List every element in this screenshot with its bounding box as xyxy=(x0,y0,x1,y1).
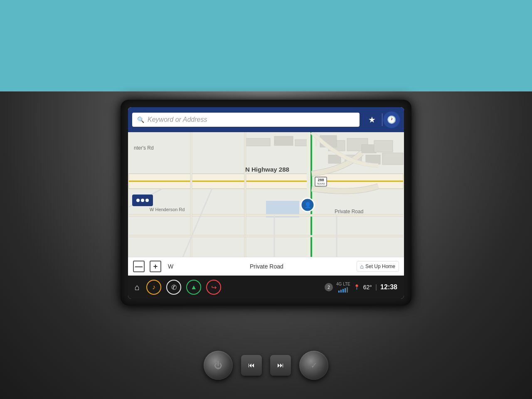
divider xyxy=(382,113,382,126)
search-placeholder: Keyword or Address xyxy=(148,116,207,123)
svg-rect-6 xyxy=(328,155,341,163)
app-button[interactable]: ↪ xyxy=(206,280,221,295)
svg-text:TEXAS: TEXAS xyxy=(317,182,325,185)
phone-button[interactable]: ✆ xyxy=(166,280,181,295)
search-input-wrapper[interactable]: 🔍 Keyword or Address xyxy=(132,113,360,127)
phone-icon: ✆ xyxy=(171,283,177,291)
svg-rect-11 xyxy=(274,136,293,145)
signal-bar-2 xyxy=(340,290,342,293)
road-label: Private Road xyxy=(177,263,356,270)
power-knob[interactable]: ⏻ xyxy=(204,351,233,380)
status-divider: | xyxy=(375,283,377,291)
app-icon: ↪ xyxy=(211,283,217,291)
search-icon: 🔍 xyxy=(137,116,144,123)
signal-bar-3 xyxy=(342,289,344,293)
nav-icon: ▲ xyxy=(190,283,197,291)
check-icon: ✓ xyxy=(310,360,318,370)
svg-rect-5 xyxy=(374,140,393,152)
map-svg: N Highway 288 288 TEXAS W Henderson Rd P… xyxy=(128,132,404,257)
signal-bar-4 xyxy=(345,288,346,293)
signal-bars xyxy=(338,287,348,293)
next-button[interactable]: ⏭ xyxy=(270,355,291,376)
compass-label: W xyxy=(168,263,173,270)
signal-badge: 2 xyxy=(325,283,333,291)
status-area: 2 4G LTE 📍 62° | xyxy=(325,282,397,293)
map-bottom-bar: — + W Private Road ⌂ Set Up Home xyxy=(128,257,404,276)
search-actions: ★ 🕐 xyxy=(363,111,400,129)
music-button[interactable]: ♪ xyxy=(146,280,161,295)
signal-bar-5 xyxy=(347,287,348,293)
zoom-in-button[interactable]: + xyxy=(150,261,161,272)
zoom-controls: — + xyxy=(133,261,161,272)
clock-icon: 🕐 xyxy=(387,115,396,124)
lte-label: 4G LTE xyxy=(336,282,350,286)
next-icon: ⏭ xyxy=(277,362,284,369)
svg-text:288: 288 xyxy=(318,178,324,182)
prev-icon: ⏮ xyxy=(248,362,255,369)
svg-point-42 xyxy=(145,199,149,202)
svg-rect-9 xyxy=(382,153,403,165)
star-icon: ★ xyxy=(368,115,376,125)
svg-point-41 xyxy=(141,199,144,202)
navigation-button[interactable]: ▲ xyxy=(186,280,201,295)
prev-button[interactable]: ⏮ xyxy=(241,355,262,376)
check-knob[interactable]: ✓ xyxy=(299,351,328,380)
dashboard: 🔍 Keyword or Address ★ 🕐 xyxy=(0,0,532,399)
signal-bar-1 xyxy=(338,291,340,293)
svg-text:N Highway 288: N Highway 288 xyxy=(245,166,289,173)
search-bar: 🔍 Keyword or Address ★ 🕐 xyxy=(128,107,404,132)
infotainment-screen: 🔍 Keyword or Address ★ 🕐 xyxy=(128,107,404,299)
svg-text:👤: 👤 xyxy=(304,202,312,209)
svg-text:W Henderson Rd: W Henderson Rd xyxy=(150,207,185,212)
svg-point-40 xyxy=(136,199,140,202)
svg-text:nter's Rd: nter's Rd xyxy=(134,145,154,151)
temperature-label: 62° xyxy=(363,284,372,291)
screen-bezel: 🔍 Keyword or Address ★ 🕐 xyxy=(121,100,411,305)
minus-icon: — xyxy=(135,262,143,271)
map-area[interactable]: N Highway 288 288 TEXAS W Henderson Rd P… xyxy=(128,132,404,257)
svg-text:Private Road: Private Road xyxy=(335,209,363,214)
zoom-out-button[interactable]: — xyxy=(133,261,145,272)
bottom-controls: ⏻ ⏮ ⏭ ✓ xyxy=(141,344,391,387)
home-icon: ⌂ xyxy=(360,263,364,270)
favorites-button[interactable]: ★ xyxy=(363,111,381,129)
nav-home-button[interactable]: ⌂ xyxy=(135,283,140,292)
nav-bar: ⌂ ♪ ✆ ▲ ↪ 2 4G LTE xyxy=(128,276,404,299)
setup-home-label: Set Up Home xyxy=(365,264,395,269)
signal-num: 2 xyxy=(328,285,330,290)
time-label: 12:38 xyxy=(380,283,397,291)
svg-rect-10 xyxy=(245,138,270,146)
plus-icon: + xyxy=(153,262,158,271)
setup-home-button[interactable]: ⌂ Set Up Home xyxy=(357,261,399,272)
recent-button[interactable]: 🕐 xyxy=(383,111,400,128)
location-icon: 📍 xyxy=(354,284,360,290)
music-icon: ♪ xyxy=(152,283,155,291)
power-icon: ⏻ xyxy=(214,361,222,370)
